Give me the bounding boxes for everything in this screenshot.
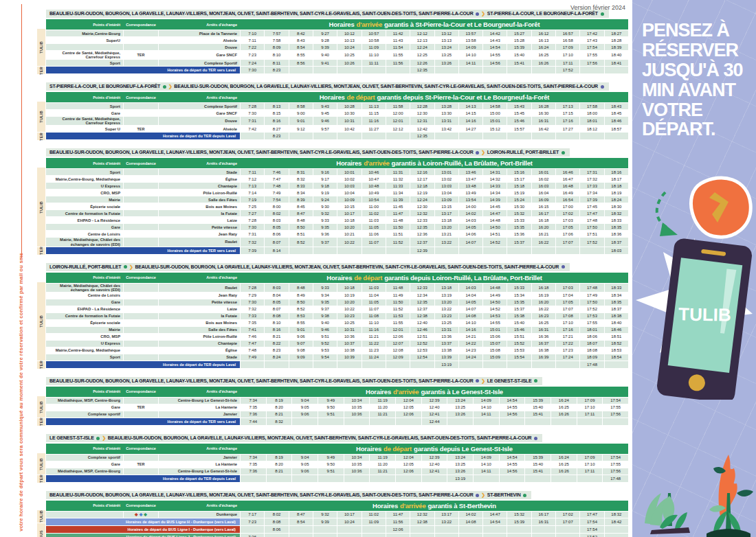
time-cell: 8:03	[265, 284, 288, 292]
agency-label-text: TULIB	[39, 510, 43, 523]
time-cell: 17:56	[580, 60, 603, 66]
time-cell: 8:56	[289, 60, 313, 66]
timetable-section: BEAULIEU-SUR-OUDON, BOURGON, LA GRAVELLE…	[36, 373, 628, 426]
agency-sub-text: TER	[39, 475, 43, 483]
header-caption-post: garantis depuis Loiron-Ruillé, La Brûlat…	[384, 274, 542, 282]
time-cell: 7:24	[241, 60, 264, 66]
time-cell: 8:47	[289, 512, 313, 518]
time-cell: 14:02	[459, 210, 482, 216]
time-cell: 7:31	[241, 117, 264, 125]
stop-cell: Petite vitesse	[159, 299, 240, 306]
time-cell: 7:14	[241, 190, 264, 196]
time-cell: 7:35	[241, 404, 266, 411]
time-cell: 8:24	[265, 354, 288, 361]
correspondance-cell	[124, 60, 158, 66]
time-cell: 8:10	[265, 320, 288, 326]
time-cell: 13:54	[459, 196, 482, 203]
time-cell: 9:18	[313, 183, 337, 189]
connection-time-cell	[580, 67, 603, 73]
time-cell: 14:52	[483, 238, 507, 246]
connection-time-cell	[435, 67, 458, 73]
time-cell: 14:11	[474, 411, 499, 418]
time-cell: 17:50	[580, 224, 603, 230]
time-cell: 8:45	[289, 203, 313, 209]
time-cell: 13:20	[435, 299, 458, 306]
connection-time-cell	[435, 526, 458, 533]
connection-time-cell	[289, 534, 313, 537]
timetable-row: CRO, MSPPôle Loiron-Ruillé7:147:498:349:…	[46, 190, 628, 196]
time-cell: 17:33	[580, 183, 603, 189]
stop-cell: Église	[159, 347, 240, 354]
time-cell: 11:09	[362, 44, 386, 50]
time-cell: 12:32	[410, 210, 434, 216]
time-cell: 12:39	[422, 398, 447, 404]
time-cell: 12:35	[410, 224, 434, 230]
time-cell: 11:06	[362, 231, 386, 237]
time-cell: 18:24	[605, 196, 628, 203]
time-cell: 12:26	[410, 60, 434, 66]
note-divider-line	[21, 4, 22, 258]
time-cell: 11:10	[362, 320, 386, 326]
poi-cell: Sport	[46, 103, 123, 109]
time-cell: 18:01	[580, 327, 603, 333]
time-cell: 7:17	[241, 512, 264, 518]
time-cell: 17:31	[580, 169, 603, 175]
connection-time-cell	[344, 418, 370, 425]
connection-time-cell: 17:54	[580, 518, 603, 525]
time-cell: 14:27	[459, 126, 482, 132]
connection-time-cell	[532, 526, 555, 533]
route-from: BEAULIEU-SUR-OUDON, BOURGON, LA GRAVELLE…	[49, 150, 474, 155]
time-cell: 15:35	[507, 299, 531, 306]
time-cell: 11:13	[362, 103, 386, 109]
time-cell: 10:26	[337, 60, 361, 66]
col-header-arrets-echange: Arrêts d'échange	[159, 92, 240, 102]
poi-cell: Complexe sportif	[46, 455, 123, 461]
col-header-points-interet: Points d'intérêt	[46, 501, 123, 511]
time-cell: 17:43	[580, 37, 603, 43]
time-cell: 9:05	[292, 461, 318, 468]
timetable-body: TULIBBUSPoints d'intérêtCorrespondanceAr…	[36, 501, 628, 537]
time-cell: 12:06	[386, 334, 410, 340]
time-cell: 18:17	[605, 176, 628, 182]
time-cell: 10:13	[337, 37, 361, 43]
time-cell: 13:02	[435, 176, 458, 182]
time-cell: 11:00	[362, 203, 386, 209]
route-to-dot	[562, 265, 565, 268]
time-cell: 14:47	[483, 512, 507, 518]
agency-label-text: TULIB	[39, 201, 43, 214]
timetable-row: SportStade7:117:468:319:1610:0110:4611:3…	[46, 169, 628, 175]
poi-cell: Gare	[46, 224, 123, 230]
time-cell: 18:06	[580, 334, 603, 340]
connection-time-cell	[551, 418, 577, 425]
connection-time-cell	[551, 475, 577, 482]
time-cell: 8:15	[265, 110, 288, 116]
connection-time-cell	[605, 133, 628, 139]
time-cell: 13:26	[447, 411, 473, 418]
time-cell: 18:12	[580, 126, 603, 132]
time-cell: 14:09	[459, 44, 482, 50]
stop-cell: Bois aux Moines	[159, 203, 240, 209]
header-caption: Horairesde départgarantis depuis Le Gene…	[241, 444, 628, 454]
time-cell: 9:04	[292, 398, 318, 404]
time-cell: 18:09	[580, 354, 603, 361]
time-cell: 9:57	[313, 126, 337, 132]
time-cell: 9:45	[313, 110, 337, 116]
correspondance-cell	[124, 398, 158, 404]
time-cell: 15:52	[507, 341, 531, 347]
time-cell: 8:11	[265, 60, 288, 66]
time-cell: 11:22	[362, 341, 386, 347]
time-cell: 12:52	[410, 341, 434, 347]
agency-strip: TULIBTER	[36, 387, 46, 426]
connection-time-cell	[532, 361, 555, 368]
time-cell: 17:07	[556, 238, 579, 246]
time-cell: 14:07	[459, 238, 482, 246]
connection-time-cell	[362, 361, 386, 368]
time-cell: 17:39	[580, 196, 603, 203]
connection-label-bar: Horaires de départ du BUS Ligne I - Dunk…	[46, 526, 240, 533]
time-cell: 18:00	[580, 110, 603, 116]
time-cell: 18:37	[605, 306, 628, 312]
time-cell: 17:56	[603, 468, 628, 475]
time-cell: 9:46	[313, 117, 337, 125]
time-cell: 12:12	[386, 126, 410, 132]
time-cell: 16:26	[551, 411, 577, 418]
